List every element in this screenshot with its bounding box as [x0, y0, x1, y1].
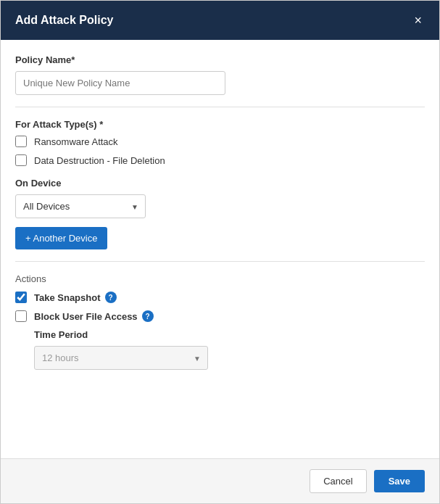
save-button[interactable]: Save: [374, 470, 425, 492]
take-snapshot-checkbox-item[interactable]: Take Snapshot ?: [15, 292, 425, 303]
ransomware-checkbox[interactable]: [15, 136, 27, 147]
policy-name-section: Policy Name*: [15, 54, 425, 95]
modal-title: Add Attack Policy: [15, 14, 113, 27]
add-another-device-button[interactable]: + Another Device: [15, 227, 107, 249]
modal-header: Add Attack Policy ×: [1, 1, 439, 40]
block-user-file-access-checkbox-item[interactable]: Block User File Access ?: [15, 310, 425, 322]
modal-overlay: Add Attack Policy × Policy Name* For Att…: [0, 0, 440, 504]
take-snapshot-help-icon[interactable]: ?: [105, 292, 117, 303]
modal-footer: Cancel Save: [1, 458, 439, 503]
policy-name-input[interactable]: [15, 71, 225, 95]
actions-label: Actions: [15, 273, 425, 284]
data-destruction-checkbox-item[interactable]: Data Destruction - File Deletion: [15, 154, 425, 166]
close-button[interactable]: ×: [411, 12, 425, 28]
on-device-label: On Device: [15, 178, 425, 189]
time-period-select-wrapper: 12 hours: [34, 346, 208, 370]
modal-body: Policy Name* For Attack Type(s) * Ransom…: [1, 40, 439, 458]
ransomware-checkbox-item[interactable]: Ransomware Attack: [15, 136, 425, 147]
take-snapshot-label: Take Snapshot ?: [34, 292, 117, 303]
block-user-file-access-checkbox[interactable]: [15, 310, 27, 322]
attack-types-checkboxes: Ransomware Attack Data Destruction - Fil…: [15, 136, 425, 166]
block-user-file-access-label: Block User File Access ?: [34, 310, 154, 322]
add-attack-policy-modal: Add Attack Policy × Policy Name* For Att…: [0, 0, 440, 504]
on-device-section: On Device All Devices + Another Device: [15, 178, 425, 249]
on-device-select-wrapper: All Devices: [15, 194, 146, 218]
divider-2: [15, 261, 425, 262]
data-destruction-checkbox[interactable]: [15, 154, 27, 166]
take-snapshot-checkbox[interactable]: [15, 292, 27, 303]
attack-types-label: For Attack Type(s) *: [15, 119, 425, 130]
time-period-label: Time Period: [34, 329, 425, 340]
time-period-section: Time Period 12 hours: [15, 329, 425, 370]
divider-1: [15, 107, 425, 107]
actions-section: Actions Take Snapshot ? Block User File …: [15, 273, 425, 370]
cancel-button[interactable]: Cancel: [310, 469, 366, 493]
policy-name-label: Policy Name*: [15, 54, 425, 65]
attack-types-section: For Attack Type(s) * Ransomware Attack D…: [15, 119, 425, 166]
block-user-file-access-help-icon[interactable]: ?: [142, 310, 154, 322]
time-period-select[interactable]: 12 hours: [34, 346, 208, 370]
on-device-select[interactable]: All Devices: [15, 194, 146, 218]
data-destruction-label: Data Destruction - File Deletion: [34, 155, 165, 166]
ransomware-label: Ransomware Attack: [34, 136, 118, 147]
